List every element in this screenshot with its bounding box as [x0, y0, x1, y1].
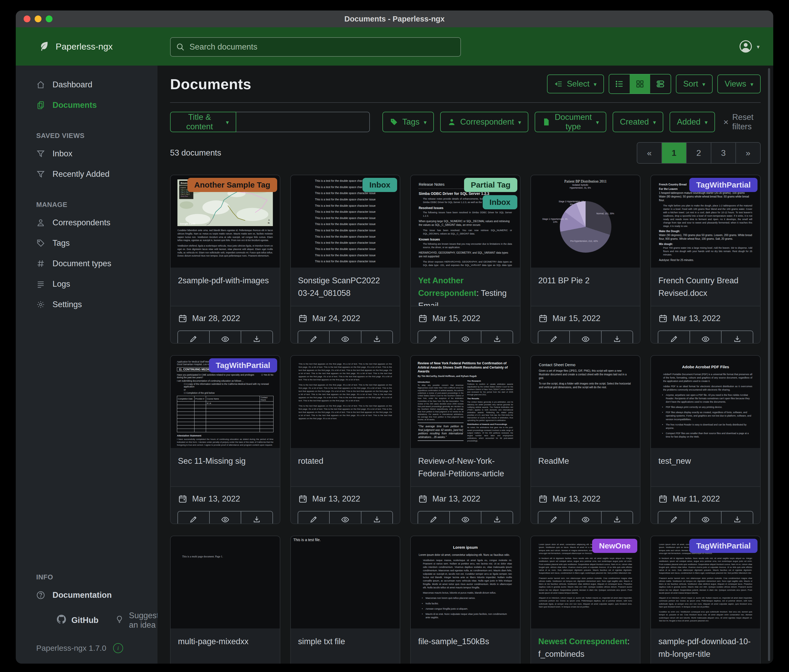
- document-title[interactable]: French Country Bread Revised.docx: [651, 268, 760, 306]
- document-thumbnail[interactable]: This is a test file.: [291, 536, 400, 629]
- edit-document-button[interactable]: [298, 511, 329, 524]
- sidebar-item-settings[interactable]: Settings: [16, 294, 158, 315]
- scrollbar[interactable]: [768, 68, 770, 661]
- edit-document-button[interactable]: [418, 331, 449, 344]
- views-button[interactable]: Views ▾: [717, 75, 761, 93]
- download-document-button[interactable]: [601, 331, 633, 344]
- document-thumbnail[interactable]: Application for Medical Staff Membership…: [171, 356, 280, 448]
- sidebar-item-correspondents[interactable]: Correspondents: [16, 212, 158, 233]
- view-document-button[interactable]: [209, 511, 241, 524]
- document-title[interactable]: Sec 11-Missing sig: [171, 448, 280, 486]
- download-document-button[interactable]: [361, 511, 393, 524]
- document-title[interactable]: ReadMe: [531, 448, 640, 486]
- document-title[interactable]: 2011 BP Pie 2: [531, 268, 640, 306]
- document-correspondent-link[interactable]: Yet Another Correspondent: [418, 276, 476, 298]
- info-icon[interactable]: i: [113, 643, 123, 653]
- filter-added-button[interactable]: Added▾: [669, 112, 715, 132]
- page-2-button[interactable]: 2: [687, 143, 711, 163]
- view-document-button[interactable]: [690, 331, 721, 344]
- document-title[interactable]: multi-page-mixedxx: [171, 629, 280, 664]
- sidebar-item-inbox[interactable]: Inbox: [16, 143, 158, 164]
- edit-document-button[interactable]: [658, 331, 690, 344]
- filter-correspondent-button[interactable]: Correspondent▾: [440, 112, 529, 132]
- page-3-button[interactable]: 3: [711, 143, 736, 163]
- sidebar-item-recently-added[interactable]: Recently Added: [16, 164, 158, 185]
- view-document-button[interactable]: [449, 331, 481, 344]
- page-next-button[interactable]: »: [736, 143, 760, 163]
- document-title[interactable]: 2sample-pdf-with-images: [171, 268, 280, 306]
- filter-text-input[interactable]: [236, 112, 370, 132]
- document-thumbnail[interactable]: Lorem ipsum dolor sit amet, consectetur …: [651, 536, 760, 629]
- view-document-button[interactable]: [449, 511, 481, 524]
- filter-created-button[interactable]: Created▾: [613, 112, 663, 132]
- view-grid-button[interactable]: [630, 75, 650, 93]
- view-document-button[interactable]: [329, 331, 361, 344]
- sidebar-item-documents[interactable]: Documents: [16, 95, 158, 115]
- edit-document-button[interactable]: [178, 511, 209, 524]
- document-title[interactable]: test_new: [651, 448, 760, 486]
- tag-badge[interactable]: TagWithPartial: [689, 178, 757, 192]
- tag-badge[interactable]: Partial Tag: [464, 178, 517, 192]
- tag-badge[interactable]: TagWithPartial: [209, 358, 277, 373]
- view-document-button[interactable]: [209, 331, 241, 344]
- sidebar-item-tags[interactable]: Tags: [16, 233, 158, 253]
- filter-document-type-button[interactable]: Document type▾: [535, 112, 606, 132]
- download-document-button[interactable]: [241, 511, 272, 524]
- download-document-button[interactable]: [721, 331, 753, 344]
- document-thumbnail[interactable]: Lorem ipsum dolor sit amet, consectetur …: [531, 536, 640, 629]
- edit-document-button[interactable]: [418, 511, 449, 524]
- select-button[interactable]: Select ▾: [547, 75, 604, 93]
- document-thumbnail[interactable]: This is a multi page document. Page 1.: [171, 536, 280, 629]
- edit-document-button[interactable]: [538, 331, 570, 344]
- filter-field-button[interactable]: Title & content ▾: [170, 112, 236, 132]
- document-title[interactable]: simple txt file: [291, 629, 400, 664]
- document-title[interactable]: rotated: [291, 448, 400, 486]
- sidebar-item-logs[interactable]: Logs: [16, 274, 158, 294]
- document-thumbnail[interactable]: Boundary Waters Trip Legend • Day 1 • Da…: [171, 175, 280, 268]
- edit-document-button[interactable]: [298, 331, 329, 344]
- document-title[interactable]: Yet Another Correspondent: Testing Email: [411, 268, 520, 306]
- page-1-button[interactable]: 1: [662, 143, 687, 163]
- document-title[interactable]: Review-of-New-York-Federal-Petitions-art…: [411, 448, 520, 486]
- view-document-button[interactable]: [329, 511, 361, 524]
- global-search[interactable]: [170, 37, 461, 57]
- edit-document-button[interactable]: [658, 511, 690, 524]
- page-prev-button[interactable]: «: [637, 143, 662, 163]
- sidebar-item-github[interactable]: GitHub: [57, 615, 98, 626]
- user-menu[interactable]: ▾: [739, 27, 760, 65]
- document-title[interactable]: sample-pdf-download-10-mb-longer-title: [651, 629, 760, 664]
- tag-badge[interactable]: Inbox: [483, 195, 517, 209]
- view-detail-button[interactable]: [650, 75, 671, 93]
- tag-badge[interactable]: Inbox: [363, 178, 397, 192]
- document-thumbnail[interactable]: This is the text that appears on the fir…: [291, 356, 400, 448]
- document-thumbnail[interactable]: Lorem ipsumLorem ipsum dolor sit amet, c…: [411, 536, 520, 629]
- document-thumbnail[interactable]: Release NotesSimba ODBC Driver for SQL S…: [411, 175, 520, 268]
- document-title[interactable]: Newest Correspondent: f_combineds: [531, 629, 640, 664]
- document-correspondent-link[interactable]: Newest Correspondent: [538, 637, 627, 646]
- document-thumbnail[interactable]: Adobe Acrobat PDF FilesAdobe® Portable D…: [651, 356, 760, 448]
- reset-filters-button[interactable]: × Reset filters: [721, 113, 761, 131]
- download-document-button[interactable]: [721, 511, 753, 524]
- sidebar-item-dashboard[interactable]: Dashboard: [16, 75, 158, 95]
- view-document-button[interactable]: [569, 511, 601, 524]
- document-title[interactable]: Sonstige ScanPC2022 03-24_081058: [291, 268, 400, 306]
- download-document-button[interactable]: [481, 511, 513, 524]
- sidebar-item-suggest-idea[interactable]: Suggest an idea: [115, 611, 159, 630]
- sidebar-item-document-types[interactable]: Document types: [16, 253, 158, 274]
- document-thumbnail[interactable]: Contact Sheet DemoGiven a set of image f…: [531, 356, 640, 448]
- download-document-button[interactable]: [601, 511, 633, 524]
- filter-tags-button[interactable]: Tags▾: [382, 112, 434, 132]
- document-thumbnail[interactable]: This is a test for the double space char…: [291, 175, 400, 268]
- tag-badge[interactable]: Another Sample Tag: [187, 178, 277, 192]
- document-thumbnail[interactable]: French Country BreadFor the Leaven1 heap…: [651, 175, 760, 268]
- download-document-button[interactable]: [361, 331, 393, 344]
- search-input[interactable]: [189, 42, 455, 52]
- edit-document-button[interactable]: [178, 331, 209, 344]
- view-document-button[interactable]: [690, 511, 721, 524]
- download-document-button[interactable]: [481, 331, 513, 344]
- tag-badge[interactable]: NewOne: [592, 539, 637, 553]
- edit-document-button[interactable]: [538, 511, 570, 524]
- tag-badge[interactable]: TagWithPartial: [689, 539, 757, 553]
- sidebar-item-documentation[interactable]: Documentation: [16, 585, 158, 605]
- document-title[interactable]: file-sample_150kBs: [411, 629, 520, 664]
